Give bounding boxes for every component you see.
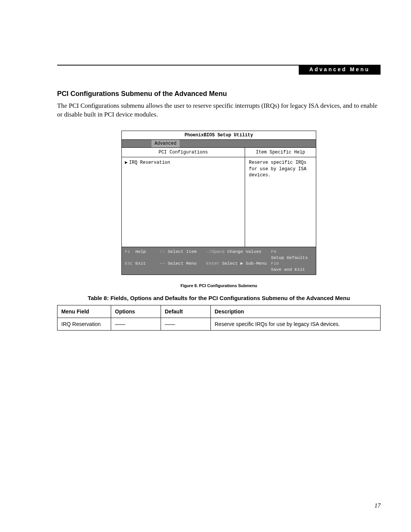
foot-key-f10: F10 <box>271 260 279 267</box>
triangle-right-icon: ▶ <box>125 160 127 166</box>
fields-table: Menu Field Options Default Description I… <box>57 305 381 331</box>
bios-help-text: Reserve specific IRQs for use by legacy … <box>245 157 316 247</box>
foot-val-setupdefaults: Setup Defaults <box>271 255 308 261</box>
bios-menu-item-label: IRQ Reservation <box>129 160 170 165</box>
td-default: —— <box>161 318 211 331</box>
bios-right-header: Item Specific Help <box>245 148 316 157</box>
bios-title: PhoenixBIOS Setup Utility <box>122 131 316 140</box>
foot-key-arrows-lr: ←→ <box>160 260 165 267</box>
td-options: —— <box>111 318 161 331</box>
td-menu-field: IRQ Reservation <box>57 318 111 331</box>
foot-val-selectmenu: Select Menu <box>168 260 197 267</box>
table-header-row: Menu Field Options Default Description <box>57 305 381 318</box>
section-title: PCI Configurations Submenu of the Advanc… <box>57 90 381 98</box>
bios-footer: F1 Help ↑↓ Select Item -/Space Change Va… <box>122 247 316 275</box>
bios-tab-bar: Advanced <box>122 140 316 148</box>
th-description: Description <box>211 305 381 318</box>
bios-screenshot: PhoenixBIOS Setup Utility Advanced PCI C… <box>121 131 316 275</box>
td-description: Reserve specific IRQs for use by legacy … <box>211 318 381 331</box>
foot-key-f9: F9 <box>271 249 276 255</box>
figure-caption: Figure 8. PCI Configurations Submenu <box>57 283 381 288</box>
foot-val-saveexit: Save and Exit <box>271 267 305 273</box>
bios-menu-item-irq[interactable]: ▶IRQ Reservation <box>125 160 242 166</box>
bios-left-header: PCI Configurations <box>122 148 245 157</box>
table-row: IRQ Reservation —— —— Reserve specific I… <box>57 318 381 331</box>
foot-key-esc: ESC <box>125 260 133 267</box>
th-menu-field: Menu Field <box>57 305 111 318</box>
th-options: Options <box>111 305 161 318</box>
foot-key-enter: Enter <box>206 260 220 267</box>
page-number: 17 <box>374 502 381 509</box>
foot-key-f1: F1 <box>125 249 130 255</box>
foot-val-exit: Exit <box>135 260 146 267</box>
foot-key-space: -/Space <box>206 249 225 255</box>
foot-val-changevalues: Change Values <box>227 249 261 255</box>
th-default: Default <box>161 305 211 318</box>
foot-key-arrows-ud: ↑↓ <box>160 249 165 255</box>
running-header-chip: Advanced Menu <box>299 65 381 75</box>
foot-val-help: Help <box>135 249 146 255</box>
bios-tab-advanced[interactable]: Advanced <box>151 140 180 147</box>
table-title: Table 8: Fields, Options and Defaults fo… <box>57 295 381 301</box>
section-paragraph: The PCI Configurations submenu allows th… <box>57 102 381 119</box>
foot-val-selectsubmenu: Select ▶ Sub-Menu <box>222 260 266 267</box>
foot-val-selectitem: Select Item <box>168 249 197 255</box>
